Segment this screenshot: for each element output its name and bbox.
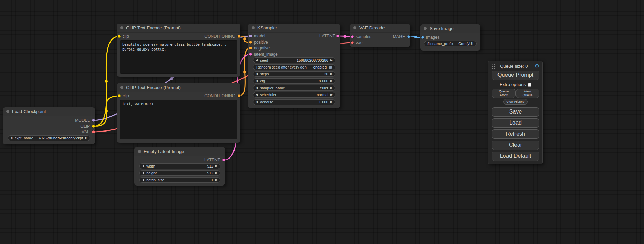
decrement-arrow-icon[interactable]: ◀: [142, 165, 144, 168]
steps-widget[interactable]: ◀ steps 20 ▶: [253, 71, 335, 77]
denoise-widget[interactable]: ◀ denoise 1.000 ▶: [253, 99, 335, 105]
view-history-button[interactable]: View History: [503, 99, 528, 105]
node-empty-latent-image[interactable]: Empty Latent Image LATENT ◀ width 512 ▶ …: [134, 147, 225, 186]
node-titlebar[interactable]: CLIP Text Encode (Prompt): [117, 83, 240, 92]
settings-gear-icon[interactable]: ⚙: [535, 63, 539, 69]
random-seed-toggle-widget[interactable]: Random seed after every gen enabled: [253, 64, 335, 70]
node-clip-text-encode-negative[interactable]: CLIP Text Encode (Prompt) clip CONDITION…: [117, 83, 240, 143]
link-middot-image: [414, 36, 417, 38]
extra-options-label: Extra options: [500, 82, 526, 87]
widget-label: ckpt_name: [15, 136, 33, 140]
output-slot-image: IMAGE: [391, 35, 405, 39]
collapse-dot[interactable]: [138, 150, 141, 153]
increment-arrow-icon[interactable]: ▶: [215, 179, 218, 181]
collapse-dot[interactable]: [353, 26, 356, 29]
increment-arrow-icon[interactable]: ▶: [330, 73, 333, 75]
input-slot-negative: negative: [254, 46, 270, 50]
widget-value: enabled: [309, 65, 327, 69]
collapse-dot[interactable]: [120, 86, 123, 89]
output-slot-conditioning: CONDITIONING: [204, 94, 235, 98]
node-titlebar[interactable]: Save Image: [420, 24, 480, 33]
widget-value: 1.000: [275, 100, 328, 104]
input-slot-samples: samples: [356, 35, 371, 39]
seed-widget[interactable]: ◀ seed 156680208700286 ▶: [253, 57, 335, 63]
negative-prompt-textarea[interactable]: text, watermark: [120, 100, 237, 139]
load-default-button[interactable]: Load Default: [492, 152, 539, 161]
node-titlebar[interactable]: Empty Latent Image: [134, 147, 225, 156]
decrement-arrow-icon[interactable]: ◀: [256, 59, 258, 62]
increment-arrow-icon[interactable]: ▶: [85, 137, 87, 139]
input-slot-clip: clip: [123, 34, 129, 38]
cfg-widget[interactable]: ◀ cfg 8.000 ▶: [253, 78, 335, 84]
input-slot-clip: clip: [123, 94, 129, 98]
collapse-dot[interactable]: [6, 110, 9, 113]
increment-arrow-icon[interactable]: ▶: [330, 93, 333, 96]
node-titlebar[interactable]: CLIP Text Encode (Prompt): [117, 24, 240, 33]
width-widget[interactable]: ◀ width 512 ▶: [139, 163, 220, 169]
node-title: CLIP Text Encode (Prompt): [126, 85, 181, 90]
drag-handle-icon[interactable]: [492, 64, 493, 65]
history-pill-row: View History: [492, 99, 539, 105]
decrement-arrow-icon[interactable]: ◀: [142, 179, 144, 181]
view-queue-button[interactable]: View Queue: [516, 89, 539, 98]
node-clip-text-encode-positive[interactable]: CLIP Text Encode (Prompt) clip CONDITION…: [117, 24, 240, 77]
positive-prompt-textarea[interactable]: beautiful scenery nature glass bottle la…: [120, 40, 237, 74]
decrement-arrow-icon[interactable]: ◀: [256, 87, 258, 89]
queue-front-button[interactable]: Queue Front: [492, 89, 516, 98]
node-graph-canvas[interactable]: Load Checkpoint MODEL CLIP VAE ◀ ckpt_na…: [0, 0, 644, 244]
decrement-arrow-icon[interactable]: ◀: [256, 101, 258, 103]
widget-value: v1-5-pruned-emaonly.ckpt: [35, 136, 83, 140]
scheduler-widget[interactable]: ◀ scheduler normal ▶: [253, 92, 335, 98]
widget-label: scheduler: [260, 93, 276, 97]
sampler-name-widget[interactable]: ◀ sampler_name euler ▶: [253, 85, 335, 91]
filename-prefix-widget[interactable]: filename_prefix ComfyUI: [424, 41, 477, 46]
input-slot-latent-image: latent_image: [254, 52, 278, 56]
node-titlebar[interactable]: KSampler: [248, 24, 340, 33]
node-save-image[interactable]: Save Image images filename_prefix ComfyU…: [420, 24, 480, 51]
increment-arrow-icon[interactable]: ▶: [215, 165, 218, 168]
node-titlebar[interactable]: Load Checkpoint: [3, 107, 95, 116]
queue-menu-panel: Queue size: 0 ⚙ Queue Prompt Extra optio…: [488, 61, 543, 164]
widget-value: ComfyUI: [456, 42, 473, 46]
widget-value: 1: [167, 178, 213, 182]
link-clip-to-negative: [94, 96, 119, 126]
increment-arrow-icon[interactable]: ▶: [330, 59, 333, 62]
height-widget[interactable]: ◀ height 512 ▶: [139, 170, 220, 176]
refresh-button[interactable]: Refresh: [492, 129, 539, 139]
toggle-dot-icon[interactable]: [329, 66, 332, 69]
queue-prompt-button[interactable]: Queue Prompt: [492, 71, 539, 80]
batch-size-widget[interactable]: ◀ batch_size 1 ▶: [139, 177, 220, 183]
collapse-dot[interactable]: [424, 27, 427, 30]
decrement-arrow-icon[interactable]: ◀: [256, 80, 258, 82]
clear-button[interactable]: Clear: [492, 141, 539, 150]
queue-size-label: Queue size: 0: [493, 64, 535, 69]
increment-arrow-icon[interactable]: ▶: [330, 87, 333, 89]
ckpt-name-widget[interactable]: ◀ ckpt_name v1-5-pruned-emaonly.ckpt ▶: [8, 135, 90, 141]
input-slot-images: images: [426, 35, 440, 39]
collapse-dot[interactable]: [252, 26, 255, 29]
node-title: CLIP Text Encode (Prompt): [126, 25, 181, 30]
node-titlebar[interactable]: VAE Decode: [350, 24, 410, 33]
menu-header: Queue size: 0 ⚙: [492, 63, 539, 70]
decrement-arrow-icon[interactable]: ◀: [10, 137, 12, 139]
decrement-arrow-icon[interactable]: ◀: [256, 73, 258, 75]
load-button[interactable]: Load: [492, 118, 539, 128]
link-middot-clip1: [105, 80, 108, 83]
decrement-arrow-icon[interactable]: ◀: [256, 93, 258, 96]
widget-value: normal: [279, 93, 328, 97]
node-ksampler[interactable]: KSampler model positive negative latent_…: [248, 24, 340, 108]
input-slot-positive: positive: [254, 40, 268, 44]
increment-arrow-icon[interactable]: ▶: [215, 172, 218, 174]
widget-value: 8.000: [267, 79, 328, 83]
extra-options-checkbox[interactable]: [528, 83, 531, 87]
save-button[interactable]: Save: [492, 107, 539, 117]
increment-arrow-icon[interactable]: ▶: [330, 80, 333, 82]
decrement-arrow-icon[interactable]: ◀: [142, 172, 144, 174]
output-slot-vae: VAE: [82, 130, 90, 134]
output-slot-clip: CLIP: [80, 124, 90, 128]
node-vae-decode[interactable]: VAE Decode samples vae IMAGE: [350, 24, 410, 47]
node-load-checkpoint[interactable]: Load Checkpoint MODEL CLIP VAE ◀ ckpt_na…: [3, 107, 95, 144]
widget-label: batch_size: [146, 178, 165, 182]
collapse-dot[interactable]: [120, 26, 123, 29]
increment-arrow-icon[interactable]: ▶: [330, 101, 333, 103]
